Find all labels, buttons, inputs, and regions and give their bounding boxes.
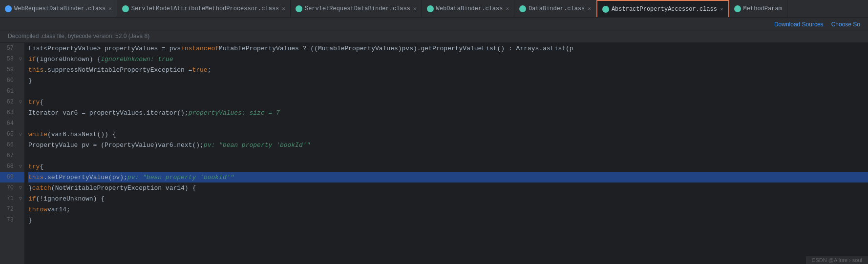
- tab-icon: [122, 5, 129, 12]
- line-number: 65: [0, 131, 18, 138]
- tab-icon: [5, 5, 12, 12]
- line-row: 72: [0, 204, 24, 215]
- line-number: 73: [0, 217, 18, 223]
- line-row: 59: [0, 64, 24, 75]
- tab-close-icon[interactable]: ✕: [588, 5, 591, 12]
- tab-ServletRequestDataBinder[interactable]: ServletRequestDataBinder.class ✕: [291, 0, 422, 17]
- tab-bar: WebRequestDataBinder.class ✕ ServletMode…: [0, 0, 868, 18]
- code-segment: (!ignoreUnknown) {: [36, 195, 105, 203]
- code-segment: }: [28, 217, 32, 224]
- code-line[interactable]: this.setPropertyValue(pv); pv: "bean pro…: [28, 172, 868, 183]
- code-line[interactable]: }: [28, 75, 868, 86]
- code-segment: (NotWritablePropertyException var14) {: [51, 184, 196, 192]
- code-segment: {: [40, 163, 43, 170]
- code-segment: ;: [208, 66, 212, 74]
- code-area: 5758▽59606162▽636465▽666768▽6970▽71▽7273…: [0, 43, 868, 264]
- choose-sources-link[interactable]: Choose So: [831, 21, 860, 28]
- code-line[interactable]: try {: [28, 97, 868, 107]
- code-content[interactable]: List<PropertyValue> propertyValues = pvs…: [24, 43, 868, 264]
- line-number: 61: [0, 88, 18, 95]
- tab-WebDataBinder[interactable]: WebDataBinder.class ✕: [422, 0, 514, 17]
- line-numbers: 5758▽59606162▽636465▽666768▽6970▽71▽7273: [0, 43, 24, 225]
- code-line[interactable]: }: [28, 215, 868, 225]
- tab-ServletModelAttribute[interactable]: ServletModelAttributeMethodProcessor.cla…: [117, 0, 291, 17]
- code-segment: catch: [32, 184, 51, 192]
- tab-close-icon[interactable]: ✕: [282, 5, 285, 12]
- code-line[interactable]: List<PropertyValue> propertyValues = pvs…: [28, 43, 868, 54]
- code-line[interactable]: PropertyValue pv = (PropertyValue)var6.n…: [28, 140, 868, 150]
- code-line[interactable]: this.suppressNotWritablePropertyExceptio…: [28, 64, 868, 75]
- code-segment: Iterator var6 = propertyValues.iterator(…: [28, 109, 189, 117]
- line-number: 70: [0, 184, 18, 191]
- tab-label: AbstractPropertyAccessor.class: [612, 6, 717, 13]
- fold-icon[interactable]: ▽: [18, 131, 23, 137]
- line-number: 62: [0, 99, 18, 105]
- tab-label: DataBinder.class: [529, 5, 585, 12]
- fold-icon[interactable]: ▽: [18, 196, 23, 202]
- status-text: CSDN @Allure › soul: [812, 257, 862, 263]
- file-info-text: Decompiled .class file, bytecode version…: [8, 33, 149, 40]
- download-sources-link[interactable]: Download Sources: [774, 21, 824, 28]
- line-number: 69: [0, 174, 18, 181]
- line-number: 64: [0, 120, 18, 127]
- tab-MethodParam[interactable]: MethodParam: [729, 0, 787, 17]
- line-row: 58▽: [0, 54, 24, 64]
- code-segment: .setPropertyValue(pv);: [43, 174, 127, 181]
- line-number: 67: [0, 152, 18, 159]
- code-line[interactable]: [28, 86, 868, 97]
- code-line[interactable]: if (!ignoreUnknown) {: [28, 193, 868, 204]
- line-number: 57: [0, 45, 18, 52]
- line-gutter: 5758▽59606162▽636465▽666768▽6970▽71▽7273: [0, 43, 24, 264]
- code-segment: if: [28, 56, 36, 63]
- line-row: 68▽: [0, 161, 24, 172]
- line-row: 57: [0, 43, 24, 54]
- tab-close-icon[interactable]: ✕: [108, 5, 112, 12]
- line-row: 69: [0, 172, 24, 183]
- line-number: 60: [0, 77, 18, 84]
- fold-icon[interactable]: ▽: [18, 185, 23, 191]
- line-row: 73: [0, 215, 24, 225]
- code-line[interactable]: while(var6.hasNext()) {: [28, 129, 868, 140]
- line-row: 65▽: [0, 129, 24, 140]
- tab-icon: [734, 5, 741, 12]
- tab-icon: [427, 5, 434, 12]
- code-segment: }: [28, 77, 32, 84]
- code-segment: true: [192, 66, 207, 74]
- line-number: 58: [0, 56, 18, 62]
- fold-icon[interactable]: ▽: [18, 163, 23, 169]
- tab-close-icon[interactable]: ✕: [506, 5, 509, 12]
- status-bar: CSDN @Allure › soul: [806, 256, 868, 264]
- code-line[interactable]: } catch (NotWritablePropertyException va…: [28, 183, 868, 193]
- line-number: 63: [0, 109, 18, 116]
- tab-WebRequestDataBinder[interactable]: WebRequestDataBinder.class ✕: [0, 0, 117, 17]
- code-line[interactable]: [28, 150, 868, 161]
- code-line[interactable]: if (ignoreUnknown) { ignoreUnknown: true: [28, 54, 868, 64]
- code-line[interactable]: [28, 118, 868, 129]
- code-segment: instanceof: [181, 45, 219, 52]
- tab-label: WebDataBinder.class: [436, 5, 503, 12]
- code-segment: this: [28, 66, 43, 74]
- tab-label: ServletModelAttributeMethodProcessor.cla…: [131, 5, 279, 12]
- line-number: 59: [0, 66, 18, 73]
- code-line[interactable]: throw var14;: [28, 204, 868, 215]
- code-segment: }: [28, 184, 32, 192]
- tab-icon: [602, 6, 609, 13]
- code-line[interactable]: try {: [28, 161, 868, 172]
- tab-DataBinder[interactable]: DataBinder.class ✕: [514, 0, 596, 17]
- code-segment: List<PropertyValue> propertyValues = pvs: [28, 45, 181, 52]
- tab-label: ServletRequestDataBinder.class: [305, 5, 410, 12]
- fold-icon[interactable]: ▽: [18, 56, 23, 62]
- code-segment: PropertyValue pv = (PropertyValue)var6.n…: [28, 142, 204, 149]
- code-segment: ignoreUnknown: true: [101, 56, 173, 63]
- tab-AbstractPropertyAccessor[interactable]: AbstractPropertyAccessor.class ✕: [596, 0, 729, 17]
- tab-close-icon[interactable]: ✕: [720, 6, 723, 12]
- tab-icon: [519, 5, 526, 12]
- code-segment: try: [28, 99, 40, 106]
- tab-close-icon[interactable]: ✕: [413, 5, 417, 12]
- code-segment: var14;: [47, 206, 70, 213]
- file-info-bar: Decompiled .class file, bytecode version…: [0, 31, 868, 43]
- code-line[interactable]: Iterator var6 = propertyValues.iterator(…: [28, 107, 868, 118]
- code-segment: this: [28, 174, 43, 181]
- fold-icon[interactable]: ▽: [18, 99, 23, 105]
- line-row: 70▽: [0, 183, 24, 193]
